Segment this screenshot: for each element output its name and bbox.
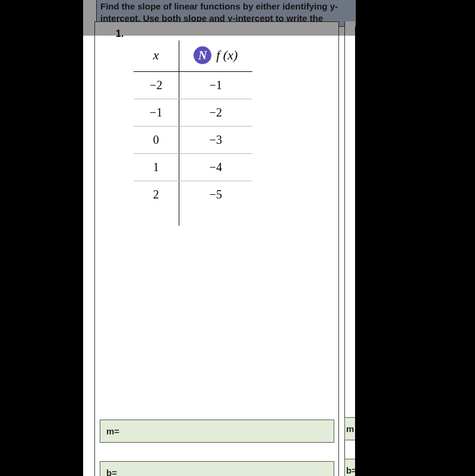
cell-x: −2 bbox=[134, 72, 179, 99]
table-row: −1 −2 bbox=[134, 99, 252, 127]
cell-fx: −2 bbox=[179, 99, 252, 127]
adjacent-problem-cell bbox=[344, 21, 355, 476]
cell-fx: −4 bbox=[179, 154, 252, 181]
cell-fx: −5 bbox=[179, 181, 252, 209]
problem-number: 1. bbox=[116, 29, 124, 39]
table-header-fx: N f (x) bbox=[179, 40, 252, 72]
function-table: x N f (x) −2 −1 −1 −2 0 −3 bbox=[134, 40, 252, 208]
cell-fx: −3 bbox=[179, 127, 252, 154]
intercept-answer-box[interactable]: b= bbox=[100, 461, 334, 476]
cell-x: −1 bbox=[134, 99, 179, 127]
cell-fx: −1 bbox=[179, 72, 252, 99]
adjacent-intercept-box[interactable]: b= bbox=[344, 459, 355, 476]
cell-x: 0 bbox=[134, 127, 179, 154]
nagwa-icon: N bbox=[194, 46, 211, 64]
fx-label: f (x) bbox=[216, 48, 238, 63]
cell-x: 1 bbox=[134, 154, 179, 181]
adjacent-slope-box[interactable]: m bbox=[344, 417, 355, 440]
slope-answer-box[interactable]: m= bbox=[100, 420, 334, 443]
table-header-x: x bbox=[134, 40, 179, 72]
table-row: 1 −4 bbox=[134, 154, 252, 181]
table-row: 0 −3 bbox=[134, 127, 252, 154]
cell-x: 2 bbox=[134, 181, 179, 209]
table-row: −2 −1 bbox=[134, 72, 252, 99]
table-row: 2 −5 bbox=[134, 181, 252, 209]
